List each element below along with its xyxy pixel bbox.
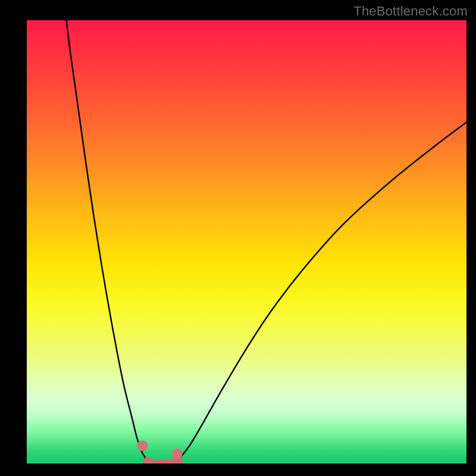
- chart-frame: TheBottleneck.com: [0, 0, 476, 476]
- flat-bottom-marker: [148, 461, 178, 464]
- left-end-dot: [137, 440, 148, 451]
- curves-svg: [27, 20, 466, 464]
- left-branch-curve: [67, 20, 148, 461]
- watermark-text: TheBottleneck.com: [353, 4, 468, 19]
- plot-area: [27, 20, 466, 464]
- right-branch-curve: [176, 122, 466, 461]
- curve-layer: [67, 20, 466, 464]
- right-end-dot: [172, 449, 183, 459]
